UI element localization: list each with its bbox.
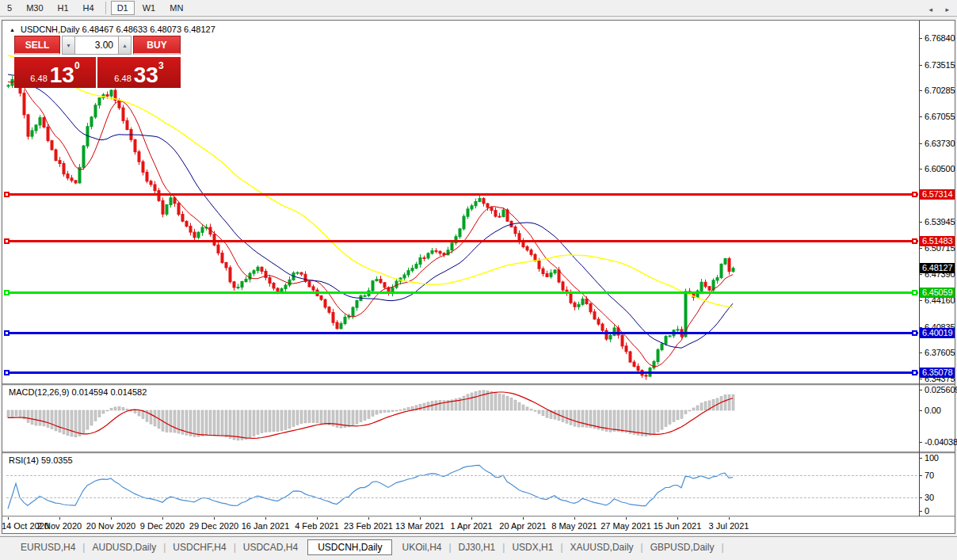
level-left-marker[interactable]	[4, 238, 10, 244]
level-left-marker[interactable]	[4, 370, 10, 375]
price-level-line[interactable]	[6, 332, 918, 334]
level-right-marker[interactable]	[912, 290, 917, 295]
rsi-tick-label: 100	[925, 453, 939, 463]
sell-price-prefix: 6.48	[30, 74, 47, 86]
volume-increase-button[interactable]: ▲	[118, 36, 132, 55]
tab-usdcnh-daily[interactable]: USDCNH,Daily	[307, 539, 392, 555]
tab-separator: |	[82, 542, 85, 553]
buy-price-pip: 3	[158, 60, 164, 71]
price-level-line[interactable]	[6, 193, 918, 196]
sell-price-display[interactable]: 6.48 13 0	[14, 57, 96, 88]
macd-indicator-label: MACD(12,26,9) 0.014594 0.014582	[9, 387, 147, 397]
collapse-panel-icon[interactable]: ▲	[10, 27, 15, 32]
date-axis-separator	[2, 516, 955, 517]
chart-window[interactable]	[2, 20, 955, 534]
level-price-label: 6.45059	[920, 288, 955, 298]
terminal-screen: 5M30H1H4D1W1MN ▲ USDCNH,Daily 6.48467 6.…	[0, 0, 957, 560]
level-left-marker[interactable]	[4, 330, 10, 336]
level-price-label: 6.57314	[920, 189, 955, 200]
price-level-line[interactable]	[6, 371, 918, 374]
current-price-label: 6.48127	[920, 263, 955, 273]
level-right-marker[interactable]	[912, 192, 917, 197]
tab-audusd-daily[interactable]: AUDUSD,Daily	[86, 540, 162, 554]
macd-tick-label: 0.00	[925, 406, 941, 415]
tab-usdcad-h4[interactable]: USDCAD,H4	[237, 540, 304, 554]
volume-input[interactable]: 3.00	[75, 36, 118, 55]
tab-scroll-right-icon[interactable]: ▸	[945, 6, 949, 13]
price-tick-label: 6.67055	[925, 112, 955, 121]
level-left-marker[interactable]	[4, 290, 10, 295]
tab-separator: |	[641, 542, 643, 553]
date-tick-label: 2 Nov 2020	[37, 521, 82, 531]
sell-button[interactable]: SELL	[14, 36, 60, 55]
sell-price-main: 13	[50, 65, 74, 86]
tab-dj30-h1[interactable]: DJ30,H1	[452, 540, 502, 554]
price-tick-label: 6.70285	[925, 86, 955, 95]
macd-tick-label: -0.040386	[925, 437, 957, 447]
tab-scroll-left-icon[interactable]: ◂	[928, 6, 932, 13]
date-tick-label: 9 Dec 2020	[140, 521, 185, 531]
level-right-marker[interactable]	[912, 238, 917, 244]
macd-pane-separator[interactable]	[2, 383, 955, 386]
macd-tick-label: 0.025609	[925, 385, 957, 394]
timeframe-button-h1[interactable]: H1	[51, 1, 75, 15]
chart-header: ▲ USDCNH,Daily 6.48467 6.48633 6.48073 6…	[10, 25, 215, 34]
price-tick-label: 6.76840	[925, 33, 955, 43]
level-right-marker[interactable]	[912, 330, 917, 336]
date-tick-label: 16 Jan 2021	[242, 521, 290, 531]
rsi-tick-label: 70	[925, 470, 934, 480]
date-tick-label: 27 May 2021	[601, 521, 651, 531]
price-level-line[interactable]	[6, 240, 918, 242]
date-tick-label: 3 Jul 2021	[709, 521, 749, 531]
rsi-indicator-label: RSI(14) 59.0355	[9, 455, 73, 465]
toolbar-divider	[105, 2, 106, 14]
rsi-level-dashed-line	[6, 475, 917, 476]
date-tick-label: 20 Nov 2020	[86, 521, 135, 531]
rsi-level-dashed-line	[6, 497, 917, 498]
chart-tab-bar: EURUSD,H4|AUDUSD,Daily|USDCHF,H4|USDCAD,…	[0, 536, 957, 557]
level-right-marker[interactable]	[912, 370, 917, 375]
tab-separator: |	[234, 542, 236, 553]
tab-xauusd-daily[interactable]: XAUUSD,Daily	[564, 540, 640, 554]
rsi-tick-label: 30	[925, 493, 934, 502]
tab-usdchf-h4[interactable]: USDCHF,H4	[166, 540, 232, 554]
buy-price-display[interactable]: 6.48 33 3	[97, 57, 181, 88]
arrow-down-icon: ▼	[66, 43, 71, 48]
date-tick-label: 20 Apr 2021	[499, 521, 546, 531]
tab-scroll-nav: ◂ ▸	[917, 6, 949, 13]
tab-gbpusd-daily[interactable]: GBPUSD,Daily	[644, 540, 721, 554]
price-tick-label: 6.63730	[925, 139, 955, 148]
buy-price-prefix: 6.48	[114, 74, 131, 86]
price-tick-label: 6.37605	[925, 348, 955, 357]
volume-decrease-button[interactable]: ▼	[62, 36, 75, 55]
timeframe-button-w1[interactable]: W1	[136, 1, 162, 15]
timeframe-button-mn[interactable]: MN	[163, 1, 189, 15]
timeframe-button-5[interactable]: 5	[1, 1, 18, 15]
date-tick-label: 23 Feb 2021	[344, 521, 393, 531]
date-tick-label: 8 May 2021	[551, 521, 597, 531]
timeframe-button-m30[interactable]: M30	[20, 1, 49, 15]
symbol-ohlc-text: USDCNH,Daily 6.48467 6.48633 6.48073 6.4…	[21, 25, 215, 34]
date-tick-label: 13 Mar 2021	[395, 521, 444, 531]
tab-separator: |	[163, 542, 166, 553]
buy-price-main: 33	[134, 65, 158, 86]
timeframe-button-h4[interactable]: H4	[77, 1, 101, 15]
date-tick-label: 1 Apr 2021	[450, 521, 492, 531]
tab-separator: |	[502, 542, 505, 553]
sell-price-pip: 0	[74, 60, 80, 71]
level-left-marker[interactable]	[4, 192, 10, 197]
buy-button[interactable]: BUY	[133, 36, 181, 55]
price-tick-label: 6.60500	[925, 164, 955, 173]
level-price-label: 6.35078	[920, 368, 955, 378]
rsi-pane-separator[interactable]	[2, 451, 955, 454]
tab-separator: |	[448, 542, 451, 553]
price-level-line[interactable]	[6, 291, 918, 294]
timeframe-button-d1[interactable]: D1	[111, 1, 135, 15]
arrow-up-icon: ▲	[122, 43, 128, 48]
timeframe-toolbar: 5M30H1H4D1W1MN	[0, 0, 957, 17]
price-tick-label: 6.73515	[925, 60, 955, 70]
tab-usdx-h1[interactable]: USDX,H1	[505, 540, 559, 554]
tab-ukoil-h4[interactable]: UKOil,H4	[395, 540, 448, 554]
tab-eurusd-h4[interactable]: EURUSD,H4	[14, 540, 82, 554]
level-price-label: 6.51483	[920, 236, 955, 246]
